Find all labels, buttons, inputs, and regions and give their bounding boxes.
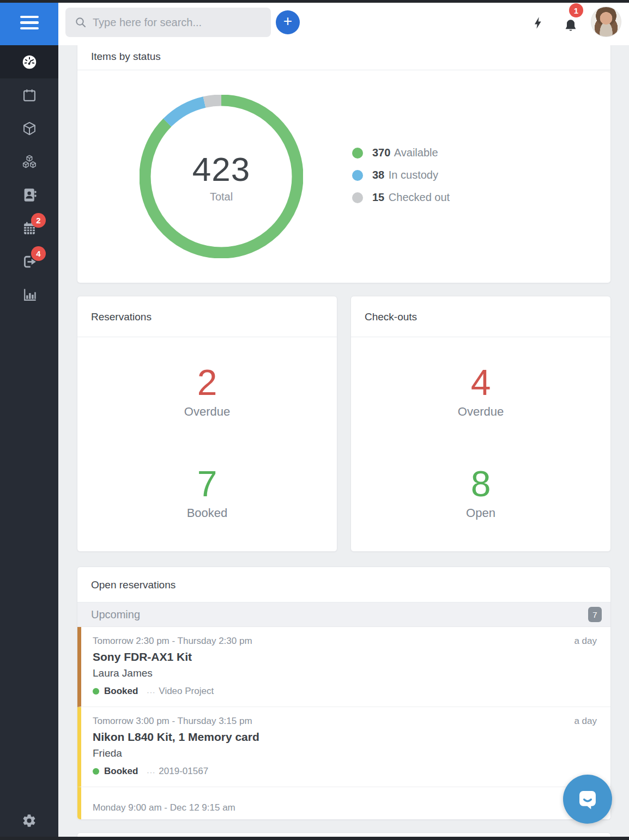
checked-out-dot [352,192,363,203]
ellipsis-separator: ··· [147,688,155,696]
checked-out-label: Checked out [389,191,450,203]
sidebar-item-settings[interactable] [0,807,58,833]
legend-row-checked-out: 15 Checked out [352,191,450,204]
hamburger-icon [20,16,39,30]
items-by-status-title: Items by status [77,45,610,70]
reservation-duration: a day [574,636,597,647]
reservations-booked-label: Booked [187,506,228,520]
booked-status-dot [93,688,99,695]
booked-status-dot [93,768,99,775]
donut-center: 423 Total [140,95,303,258]
checkouts-card: Check-outs 4 Overdue 8 Open [350,296,611,552]
reports-chart-icon [22,287,37,302]
reservations-booked-value: 7 [187,466,228,502]
in-custody-value: 38 [372,169,384,181]
checkouts-badge[interactable]: 4 [31,246,46,261]
sidebar-item-reports[interactable] [0,278,58,311]
legend-row-in-custody: 38 In custody [352,169,450,181]
ellipsis-separator: ··· [147,768,155,776]
bell-icon[interactable] [563,18,578,33]
reservations-stats: 2 Overdue 7 Booked [77,337,337,520]
status-legend: 370 Available 38 In custody 15 Checked o… [352,147,450,204]
chat-bubble-icon [575,787,600,812]
reservation-reference: Video Project [159,686,214,697]
reservation-title: Nikon L840 Kit, 1 Memory card [93,731,597,744]
reservations-overdue-stat[interactable]: 2 Overdue [184,364,230,419]
upcoming-label: Upcoming [91,608,140,621]
in-custody-label: In custody [389,169,438,181]
reservation-reference: 2019-01567 [159,766,208,777]
in-custody-dot [352,170,363,181]
reservation-time: Monday 9:00 am - Dec 12 9:15 am [93,795,597,813]
available-value: 370 [372,147,390,159]
topbar: + 1 [58,0,629,45]
window-top-edge [0,0,629,3]
sidebar-item-contacts[interactable] [0,178,58,211]
checkouts-title: Check-outs [351,296,610,337]
sidebar: 2 4 [0,0,58,840]
reservation-person: Frieda [93,747,597,759]
reservation-person: Laura James [93,667,597,679]
window-bottom-edge [0,837,629,840]
lightning-icon[interactable] [531,16,545,30]
checkouts-overdue-label: Overdue [458,405,504,419]
reservation-list-item[interactable]: Tomorrow 2:30 pm - Thursday 2:30 pm Sony… [77,627,610,707]
open-reservations-title: Open reservations [77,567,610,602]
dashboard-gauge-icon [22,54,37,70]
checkouts-open-stat[interactable]: 8 Open [466,466,495,520]
sidebar-item-reservations[interactable]: 2 [0,211,58,245]
upcoming-count-badge: 7 [588,607,602,622]
avatar[interactable] [591,7,621,37]
search-icon [74,16,87,29]
reservation-title: Sony FDR-AX1 Kit [93,650,597,664]
reservations-overdue-value: 2 [184,364,230,400]
items-by-status-card: Items by status 423 Total 370 Available … [77,45,611,283]
reservations-title: Reservations [77,296,337,337]
status-text: Booked [104,766,138,777]
sidebar-item-dashboard[interactable] [0,45,58,78]
open-reservations-card: Open reservations Upcoming 7 Tomorrow 2:… [77,567,611,820]
search-input[interactable] [93,16,256,29]
reservations-card: Reservations 2 Overdue 7 Booked [77,296,337,552]
sidebar-item-checkouts[interactable]: 4 [0,245,58,278]
sidebar-item-items[interactable] [0,112,58,145]
total-label: Total [210,191,233,203]
legend-row-available: 370 Available [352,147,450,159]
checkouts-overdue-value: 4 [458,364,504,400]
calendar-icon [22,88,37,103]
reservations-booked-stat[interactable]: 7 Booked [187,466,228,520]
status-donut-chart: 423 Total [140,95,303,258]
search-bar[interactable] [65,8,271,37]
reservation-duration: a day [574,716,597,727]
kits-cubes-icon [22,154,37,169]
checked-out-value: 15 [372,191,384,203]
sidebar-item-kits[interactable] [0,145,58,178]
item-cube-icon [22,121,37,136]
checkouts-open-label: Open [466,506,495,520]
sidebar-nav: 2 4 [0,45,58,311]
reservation-status-row: Booked ··· Video Project [93,686,597,697]
available-label: Available [394,147,438,159]
gear-icon [22,813,37,828]
contacts-book-icon [22,187,37,203]
reservation-list-item[interactable]: Monday 9:00 am - Dec 12 9:15 am [77,787,610,820]
app-window: 2 4 [0,0,629,840]
checkouts-open-value: 8 [466,466,495,502]
reservation-time: Tomorrow 2:30 pm - Thursday 2:30 pm [93,635,597,647]
checkouts-stats: 4 Overdue 8 Open [351,337,610,520]
status-text: Booked [104,686,138,697]
total-value: 423 [192,150,250,188]
reservation-list-item[interactable]: Tomorrow 3:00 pm - Thursday 3:15 pm Niko… [77,707,610,787]
reservations-overdue-label: Overdue [184,405,230,419]
sidebar-item-calendar[interactable] [0,78,58,112]
add-button[interactable]: + [276,10,300,34]
menu-button[interactable] [0,0,58,45]
reservation-status-row: Booked ··· 2019-01567 [93,766,597,777]
reservations-badge[interactable]: 2 [31,213,46,228]
notification-badge[interactable]: 1 [569,3,583,17]
chat-launcher-button[interactable] [563,775,612,824]
checkouts-overdue-stat[interactable]: 4 Overdue [458,364,504,419]
upcoming-group-header[interactable]: Upcoming 7 [77,602,610,627]
available-dot [352,148,363,159]
reservation-time: Tomorrow 3:00 pm - Thursday 3:15 pm [93,715,597,727]
